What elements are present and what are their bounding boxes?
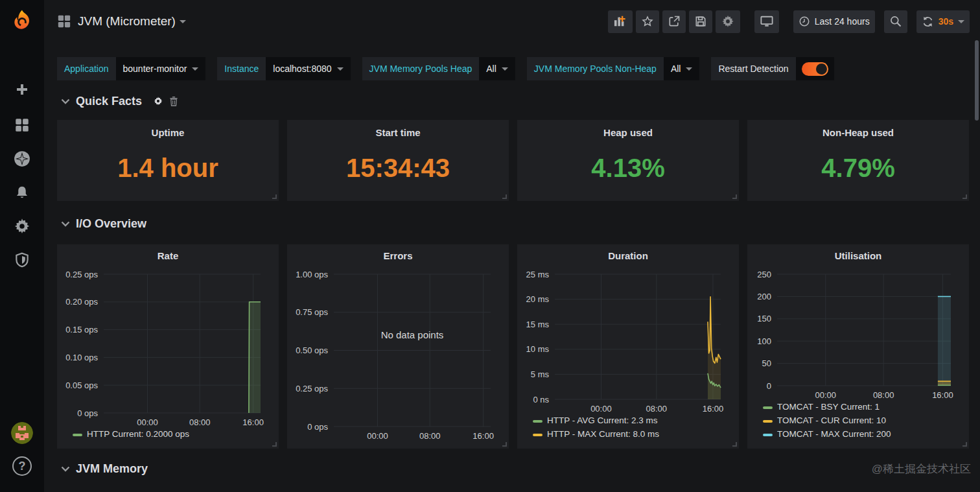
section-quick-facts[interactable]: Quick Facts: [61, 92, 178, 110]
dashboard-title-caret-icon[interactable]: [180, 20, 186, 23]
panel-resize-handle[interactable]: [272, 442, 277, 447]
sidebar-explore-button[interactable]: [0, 148, 44, 170]
restart-detection-toggle[interactable]: [796, 57, 834, 80]
y-tick-label: 150: [757, 314, 771, 323]
clock-icon: [799, 16, 810, 27]
variable-heap-pools-label: JVM Memory Pools Heap: [362, 57, 480, 80]
duration-chart[interactable]: 25 ms20 ms15 ms10 ms5 ms0 ns00:0008:0016…: [517, 244, 739, 449]
grafana-logo[interactable]: [0, 6, 44, 36]
legend-item[interactable]: TOMCAT - MAX Current: 200: [777, 429, 891, 439]
panel-errors-chart[interactable]: 1.00 ops0.75 ops0.50 ops0.25 ops0 ops00:…: [287, 244, 509, 449]
template-variables-row: Application bounter-monitor Instance loc…: [57, 57, 834, 80]
x-tick-label: 08:00: [873, 390, 894, 400]
legend-swatch[interactable]: [763, 406, 773, 409]
stat-value: 1.4 hour: [117, 154, 218, 183]
panel-nonheap-used[interactable]: Non-Heap used 4.79%: [747, 120, 969, 201]
panel-heap-used[interactable]: Heap used 4.13%: [517, 120, 739, 201]
variable-heap-pools-selected: All: [486, 64, 496, 74]
sidebar-user-avatar[interactable]: [0, 421, 44, 445]
x-tick-label: 00:00: [367, 431, 388, 441]
chevron-down-icon: [502, 67, 508, 71]
legend-item[interactable]: HTTP - MAX Current: 8.0 ms: [547, 429, 659, 439]
legend-item[interactable]: TOMCAT - CUR Current: 10: [777, 416, 886, 425]
panel-title[interactable]: Duration: [517, 250, 739, 261]
sidebar-create-button[interactable]: [0, 79, 44, 100]
row-delete-trash-icon[interactable]: [169, 96, 178, 106]
panel-resize-handle[interactable]: [732, 194, 737, 199]
legend-item[interactable]: TOMCAT - BSY Current: 1: [777, 402, 880, 412]
panel-resize-handle[interactable]: [962, 194, 967, 199]
variable-instance-selected: localhost:8080: [273, 64, 331, 74]
dashboard-title[interactable]: JVM (Micrometer): [78, 14, 176, 29]
legend-swatch[interactable]: [763, 434, 773, 436]
legend-swatch[interactable]: [533, 420, 542, 423]
variable-nonheap-pools-label: JVM Memory Pools Non-Heap: [527, 57, 664, 80]
panel-title[interactable]: Heap used: [603, 127, 653, 138]
section-title[interactable]: Quick Facts: [76, 95, 142, 108]
x-tick-label: 00:00: [590, 404, 612, 414]
panel-title[interactable]: Non-Heap used: [822, 127, 894, 138]
sidebar-server-admin-button[interactable]: [0, 249, 44, 271]
save-dashboard-button[interactable]: [689, 10, 712, 33]
y-tick-label: 20 ms: [526, 294, 550, 304]
add-panel-button[interactable]: [608, 10, 633, 33]
legend-swatch[interactable]: [73, 434, 82, 436]
panel-rate-chart[interactable]: 0.25 ops0.20 ops0.15 ops0.10 ops0.05 ops…: [57, 244, 279, 449]
zoom-out-time-button[interactable]: [884, 10, 907, 33]
legend-swatch[interactable]: [763, 420, 773, 423]
y-tick-label: 0.25 ops: [65, 270, 98, 279]
errors-chart[interactable]: 1.00 ops0.75 ops0.50 ops0.25 ops0 ops00:…: [287, 244, 509, 449]
legend-swatch[interactable]: [533, 434, 542, 436]
section-jvm-memory[interactable]: JVM Memory: [61, 460, 148, 478]
panel-uptime[interactable]: Uptime 1.4 hour: [57, 120, 279, 201]
panel-title[interactable]: Uptime: [152, 127, 185, 138]
panel-resize-handle[interactable]: [732, 442, 737, 447]
variable-instance-value[interactable]: localhost:8080: [266, 57, 350, 80]
section-title[interactable]: JVM Memory: [76, 462, 148, 476]
stat-value: 4.79%: [821, 154, 894, 183]
dashboard-settings-button[interactable]: [716, 10, 740, 33]
sidebar-help-button[interactable]: ?: [0, 455, 44, 477]
panel-resize-handle[interactable]: [962, 442, 967, 447]
chevron-down-icon: [192, 67, 198, 71]
section-io-overview[interactable]: I/O Overview: [61, 215, 146, 233]
panel-resize-handle[interactable]: [272, 194, 277, 199]
sidebar-configuration-button[interactable]: [0, 216, 44, 237]
tv-mode-button[interactable]: [754, 10, 779, 33]
sidebar-alerting-button[interactable]: [0, 182, 44, 203]
panel-title[interactable]: Rate: [57, 250, 279, 261]
section-title[interactable]: I/O Overview: [76, 217, 146, 231]
sidebar-dashboards-button[interactable]: [0, 115, 44, 135]
panel-utilisation-chart[interactable]: 25020015010050000:0008:0016:00TOMCAT - B…: [747, 244, 969, 449]
bell-icon: [14, 184, 30, 201]
dashboard-topnav: JVM (Micrometer): [44, 0, 980, 43]
x-tick-label: 08:00: [646, 404, 668, 414]
row-settings-gear-icon[interactable]: [153, 96, 163, 106]
star-dashboard-button[interactable]: [636, 10, 659, 33]
no-data-label: No data points: [381, 329, 444, 340]
panel-start-time[interactable]: Start time 15:34:43: [287, 120, 509, 201]
save-icon: [694, 15, 707, 28]
panel-title[interactable]: Utilisation: [747, 250, 969, 261]
panel-resize-handle[interactable]: [502, 442, 507, 447]
scrollbar-thumb[interactable]: [975, 40, 979, 121]
rate-chart[interactable]: 0.25 ops0.20 ops0.15 ops0.10 ops0.05 ops…: [57, 244, 279, 449]
panel-duration-chart[interactable]: 25 ms20 ms15 ms10 ms5 ms0 ns00:0008:0016…: [517, 244, 739, 449]
time-range-picker[interactable]: Last 24 hours: [793, 10, 875, 33]
share-dashboard-button[interactable]: [662, 10, 686, 33]
variable-application-value[interactable]: bounter-monitor: [116, 57, 206, 80]
y-tick-label: 0: [767, 381, 771, 391]
stat-value: 4.13%: [591, 154, 664, 183]
panel-resize-handle[interactable]: [502, 194, 507, 199]
variable-heap-pools-value[interactable]: All: [479, 57, 515, 80]
refresh-picker[interactable]: 30s: [916, 10, 970, 33]
legend-item[interactable]: HTTP - AVG Current: 2.3 ms: [547, 416, 658, 425]
legend-item[interactable]: HTTP Current: 0.2000 ops: [87, 429, 189, 439]
x-tick-label: 00:00: [137, 417, 158, 427]
variable-nonheap-pools-value[interactable]: All: [664, 57, 700, 80]
y-tick-label: 100: [757, 336, 771, 346]
panel-title[interactable]: Errors: [287, 250, 509, 261]
y-tick-label: 25 ms: [526, 270, 550, 279]
panel-title[interactable]: Start time: [375, 127, 420, 138]
utilisation-chart[interactable]: 25020015010050000:0008:0016:00TOMCAT - B…: [747, 244, 969, 449]
